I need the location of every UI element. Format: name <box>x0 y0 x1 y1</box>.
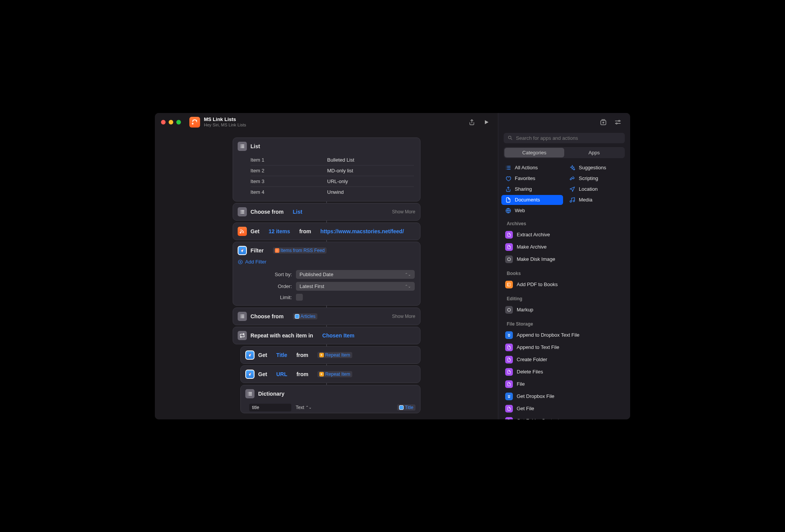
maximize-button[interactable] <box>176 120 181 124</box>
category-all-actions[interactable]: All Actions <box>501 163 563 173</box>
action-get-file[interactable]: Get File <box>501 403 627 415</box>
action-filter[interactable]: Filter 𖦏Items from RSS Feed Add Filter S… <box>233 242 420 306</box>
section-title: Archives <box>498 216 630 229</box>
section-title: Books <box>498 265 630 278</box>
safari-icon <box>238 246 247 255</box>
list-icon <box>238 142 247 151</box>
articles-chip[interactable]: Articles <box>293 313 317 319</box>
action-get-dropbox-file[interactable]: Get Dropbox File <box>501 390 627 403</box>
repeat-item-chip[interactable]: ✴Repeat Item <box>317 371 352 377</box>
show-more-button[interactable]: Show More <box>392 209 415 214</box>
sort-by-select[interactable]: Published Date ⌃⌄ <box>296 270 415 279</box>
titlebar: MS Link Lists Hey Siri, MS Link Lists <box>155 113 498 131</box>
seg-categories[interactable]: Categories <box>504 148 564 157</box>
action-make-archive[interactable]: Make Archive <box>501 241 627 253</box>
action-append-to-text-file[interactable]: Append to Text File <box>501 341 627 354</box>
list-icon <box>238 312 247 321</box>
action-extract-archive[interactable]: Extract Archive <box>501 229 627 241</box>
share-button[interactable] <box>466 117 477 128</box>
workflow-editor[interactable]: List Item 1Bulleted ListItem 2MD-only li… <box>155 131 498 419</box>
action-get-folder-contents[interactable]: Get Folder Contents <box>501 415 627 419</box>
list-icon <box>238 207 247 216</box>
editor-panel: MS Link Lists Hey Siri, MS Link Lists Li… <box>155 113 498 419</box>
seg-apps[interactable]: Apps <box>564 148 624 157</box>
traffic-lights <box>161 120 181 124</box>
dict-row[interactable]: title Text⌃⌄ Title <box>241 402 420 413</box>
list-item[interactable]: Item 1Bulleted List <box>251 155 414 165</box>
window-title: MS Link Lists <box>204 117 246 123</box>
svg-point-3 <box>616 123 617 124</box>
list-item[interactable]: Item 4Unwind <box>251 187 414 197</box>
run-button[interactable] <box>481 117 492 128</box>
show-more-button[interactable]: Show More <box>392 314 415 319</box>
title-chip[interactable]: Title <box>397 404 415 411</box>
category-suggestions[interactable]: Suggestions <box>565 163 627 173</box>
svg-point-2 <box>619 120 620 121</box>
category-location[interactable]: Location <box>565 184 627 194</box>
search-input[interactable]: Search for apps and actions <box>504 133 625 143</box>
action-delete-files[interactable]: Delete Files <box>501 366 627 378</box>
category-sharing[interactable]: Sharing <box>501 184 563 194</box>
list-item[interactable]: Item 3URL-only <box>251 176 414 187</box>
title-block: MS Link Lists Hey Siri, MS Link Lists <box>204 117 246 128</box>
shortcut-icon <box>189 117 200 128</box>
library-add-button[interactable] <box>599 118 608 127</box>
limit-checkbox[interactable] <box>296 294 303 301</box>
repeat-item-chip[interactable]: ✴Repeat Item <box>317 352 352 358</box>
rss-icon <box>238 227 247 236</box>
section-title: Editing <box>498 291 630 304</box>
sidebar-toolbar <box>498 113 630 131</box>
order-select[interactable]: Latest First ⌃⌄ <box>296 282 415 291</box>
segmented-control[interactable]: Categories Apps <box>504 147 625 158</box>
minimize-button[interactable] <box>169 120 173 124</box>
app-window: MS Link Lists Hey Siri, MS Link Lists Li… <box>155 113 630 419</box>
action-create-folder[interactable]: Create Folder <box>501 354 627 366</box>
category-grid: All ActionsSuggestionsFavoritesScripting… <box>498 163 630 216</box>
filter-input-chip[interactable]: 𖦏Items from RSS Feed <box>273 247 327 254</box>
category-favorites[interactable]: Favorites <box>501 174 563 183</box>
settings-button[interactable] <box>613 118 622 127</box>
svg-point-6 <box>507 258 511 261</box>
action-label: List <box>251 143 260 149</box>
dictionary-icon <box>245 389 255 398</box>
action-add-pdf-to-books[interactable]: Add PDF to Books <box>501 278 627 291</box>
list-item[interactable]: Item 2MD-only list <box>251 165 414 176</box>
category-web[interactable]: Web <box>501 206 563 216</box>
window-subtitle: Hey Siri, MS Link Lists <box>204 123 246 128</box>
action-choose-from-list[interactable]: Choose from List Show More <box>233 203 420 221</box>
action-append-to-dropbox-text-file[interactable]: Append to Dropbox Text File <box>501 329 627 341</box>
action-markup[interactable]: Markup <box>501 304 627 316</box>
action-get-rss[interactable]: Get 12 items from https://www.macstories… <box>233 223 420 240</box>
category-scripting[interactable]: Scripting <box>565 174 627 183</box>
action-file[interactable]: File <box>501 378 627 390</box>
action-library-panel: Search for apps and actions Categories A… <box>498 113 630 419</box>
section-title: File Storage <box>498 316 630 329</box>
repeat-icon <box>238 331 247 340</box>
action-get-title[interactable]: Get Title from ✴Repeat Item <box>240 346 420 364</box>
safari-icon <box>245 370 255 379</box>
svg-point-7 <box>507 308 511 311</box>
action-dictionary[interactable]: Dictionary title Text⌃⌄ Title <box>240 385 420 413</box>
action-get-url[interactable]: Get URL from ✴Repeat Item <box>240 365 420 383</box>
close-button[interactable] <box>161 120 166 124</box>
add-filter-button[interactable]: Add Filter <box>233 259 420 268</box>
action-make-disk-image[interactable]: Make Disk Image <box>501 253 627 265</box>
safari-icon <box>245 350 255 360</box>
category-documents[interactable]: Documents <box>501 195 563 205</box>
action-choose-from-articles[interactable]: Choose from Articles Show More <box>233 308 420 325</box>
action-list[interactable]: List Item 1Bulleted ListItem 2MD-only li… <box>233 138 420 201</box>
svg-point-4 <box>508 136 511 139</box>
category-media[interactable]: Media <box>565 195 627 205</box>
action-repeat[interactable]: Repeat with each item in Chosen Item <box>233 327 420 344</box>
